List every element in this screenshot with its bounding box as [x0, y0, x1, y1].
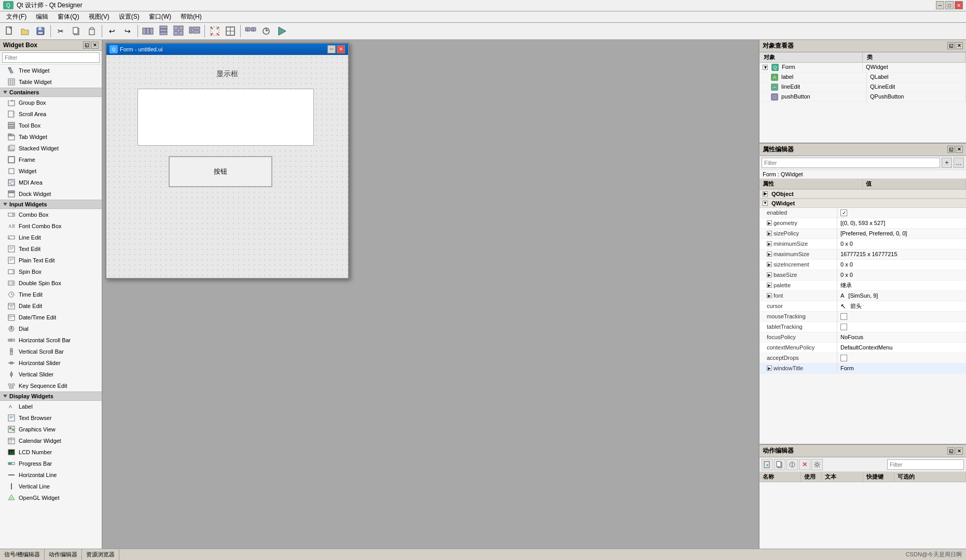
toolbar-redo[interactable]: ↪	[120, 24, 135, 38]
inspector-row-pushbutton[interactable]: □ pushButton QPushButton	[760, 92, 966, 102]
widget-item-tabwidget[interactable]: Tab Widget	[0, 131, 102, 143]
object-inspector-float[interactable]: ◱	[947, 42, 955, 49]
menu-form[interactable]: 窗体(Q)	[53, 11, 83, 22]
windowtitle-expand[interactable]: ▶	[767, 366, 772, 371]
widget-item-table[interactable]: Table Widget	[0, 76, 102, 88]
inspector-row-lineedit[interactable]: ─ lineEdit QLineEdit	[760, 82, 966, 92]
widget-item-keysequenceedit[interactable]: Key Sequence Edit	[0, 380, 102, 391]
widget-item-lineedit[interactable]: Line Edit	[0, 232, 102, 243]
prop-row-maximumsize[interactable]: ▶ maximumSize 16777215 x 16777215	[760, 249, 966, 260]
form-minimize-button[interactable]: ─	[327, 45, 336, 53]
prop-acceptdrops-checkbox[interactable]	[840, 355, 847, 361]
form-text-box[interactable]	[137, 89, 314, 146]
action-new-btn[interactable]	[762, 459, 773, 470]
prop-enabled-checkbox[interactable]	[840, 209, 847, 216]
widget-item-textbrowser[interactable]: Text Browser	[0, 412, 102, 424]
form-close-button[interactable]: ✕	[337, 45, 345, 53]
toolbar-layout-grid[interactable]	[172, 24, 186, 38]
prop-row-windowtitle[interactable]: ▶ windowTitle Form	[760, 363, 966, 374]
widget-item-frame[interactable]: Frame	[0, 154, 102, 165]
toolbar-copy[interactable]	[69, 24, 84, 38]
widget-item-stackedwidget[interactable]: Stacked Widget	[0, 143, 102, 154]
category-containers[interactable]: Containers	[0, 88, 102, 97]
minimize-button[interactable]: ─	[936, 1, 944, 9]
widget-item-vscrollbar[interactable]: Vertical Scroll Bar	[0, 346, 102, 357]
prop-row-geometry[interactable]: ▶ geometry [(0, 0), 593 x 527]	[760, 218, 966, 229]
toolbar-layout-v[interactable]	[156, 24, 171, 38]
prop-row-contextmenupolicy[interactable]: contextMenuPolicy DefaultContextMenu	[760, 343, 966, 353]
widget-item-progressbar[interactable]: Progress Bar	[0, 458, 102, 469]
font-expand[interactable]: ▶	[767, 293, 772, 298]
toolbar-save[interactable]	[33, 24, 48, 38]
action-copy-btn[interactable]	[774, 459, 785, 470]
widget-item-scrollarea[interactable]: Scroll Area	[0, 108, 102, 120]
toolbar-cut[interactable]: ✂	[53, 24, 68, 38]
widget-item-groupbox[interactable]: GB Group Box	[0, 97, 102, 108]
toolbar-undo[interactable]: ↩	[105, 24, 119, 38]
prop-row-sizeincrement[interactable]: ▶ sizeIncrement 0 x 0	[760, 260, 966, 270]
widget-item-tree[interactable]: Tree Widget	[0, 65, 102, 76]
toolbar-open[interactable]	[18, 24, 32, 38]
widget-item-dockwidget[interactable]: Dock Widget	[0, 188, 102, 200]
palette-expand[interactable]: ▶	[767, 283, 772, 288]
widget-item-label[interactable]: A Label	[0, 401, 102, 412]
property-add-btn[interactable]: ＋	[942, 158, 952, 168]
toolbar-signals[interactable]	[259, 24, 273, 38]
property-filter-input[interactable]	[762, 158, 940, 168]
widget-item-dateedit[interactable]: 12 Date Edit	[0, 300, 102, 312]
property-more-btn[interactable]: …	[954, 158, 964, 168]
prop-row-minimumsize[interactable]: ▶ minimumSize 0 x 0	[760, 239, 966, 249]
widget-item-calendarwidget[interactable]: 121 23 4 Calendar Widget	[0, 435, 102, 446]
property-editor-float[interactable]: ◱	[947, 146, 955, 153]
widget-item-hline[interactable]: Horizontal Line	[0, 469, 102, 481]
status-action-editor[interactable]: 动作编辑器	[45, 549, 82, 560]
widget-item-dial[interactable]: Dial	[0, 323, 102, 334]
form-tree-toggle[interactable]: ▼	[763, 65, 768, 70]
widget-item-textedit[interactable]: Text Edit	[0, 243, 102, 255]
action-editor-float[interactable]: ◱	[947, 447, 955, 455]
menu-file[interactable]: 文件(F)	[2, 11, 31, 22]
prop-row-focuspolicy[interactable]: focusPolicy NoFocus	[760, 332, 966, 343]
object-inspector-close[interactable]: ✕	[956, 42, 963, 49]
form-canvas[interactable]: 显示框 按钮	[106, 55, 348, 278]
status-signals-slots[interactable]: 信号/槽编辑器	[0, 549, 45, 560]
menu-window[interactable]: 窗口(W)	[145, 11, 175, 22]
form-push-button[interactable]: 按钮	[169, 156, 272, 187]
prop-windowtitle-value[interactable]: Form	[837, 363, 966, 373]
display-toggle[interactable]	[3, 395, 7, 398]
prop-section-qobject[interactable]: ▶ QObject	[760, 189, 966, 199]
action-delete-btn[interactable]: ✕	[799, 459, 810, 470]
widget-item-fontcombobox[interactable]: A Font Combo Box	[0, 220, 102, 232]
widget-item-hscrollbar[interactable]: Horizontal Scroll Bar	[0, 334, 102, 346]
widget-box-close[interactable]: ✕	[91, 41, 99, 49]
widget-item-mdiarea[interactable]: MDI Area	[0, 177, 102, 188]
menu-view[interactable]: 视图(V)	[85, 11, 114, 22]
toolbar-layout-h[interactable]	[141, 24, 155, 38]
toolbar-layout-form[interactable]	[187, 24, 202, 38]
property-editor-close[interactable]: ✕	[956, 146, 963, 153]
toolbar-new[interactable]	[2, 24, 17, 38]
prop-section-qwidget[interactable]: ▼ QWidget	[760, 199, 966, 208]
prop-row-tablettracking[interactable]: tabletTracking	[760, 322, 966, 332]
toolbar-break-layout[interactable]	[208, 24, 222, 38]
widget-item-plaintextedit[interactable]: Plain Text Edit	[0, 255, 102, 266]
widget-item-doublespinbox[interactable]: 1.0 Double Spin Box	[0, 277, 102, 289]
status-resource-browser[interactable]: 资源浏览器	[82, 549, 119, 560]
action-editor-close[interactable]: ✕	[956, 447, 963, 455]
prop-enabled-value[interactable]	[837, 208, 966, 218]
widget-item-spinbox[interactable]: Spin Box	[0, 266, 102, 277]
widget-item-openglwidget[interactable]: OpenGL Widget	[0, 492, 102, 503]
input-toggle[interactable]	[3, 203, 7, 206]
toolbar-adjust-size[interactable]	[223, 24, 238, 38]
prop-row-mousetracking[interactable]: mouseTracking	[760, 312, 966, 322]
toolbar-tab-order[interactable]: 12	[243, 24, 258, 38]
menu-help[interactable]: 帮助(H)	[176, 11, 206, 22]
action-configure-btn[interactable]	[811, 459, 823, 470]
inspector-row-form[interactable]: ▼ Q Form QWidget	[760, 63, 966, 73]
geometry-expand[interactable]: ▶	[767, 220, 772, 226]
category-display[interactable]: Display Widgets	[0, 391, 102, 401]
qobject-expand[interactable]: ▶	[763, 191, 768, 197]
widget-box-filter-input[interactable]	[2, 52, 100, 63]
widget-box-float[interactable]: ◱	[83, 41, 90, 49]
prop-row-acceptdrops[interactable]: acceptDrops	[760, 353, 966, 363]
